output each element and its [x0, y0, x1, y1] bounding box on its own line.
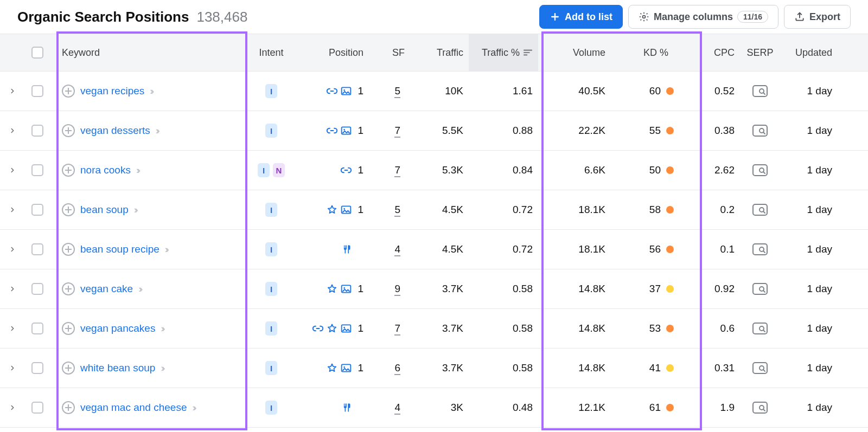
open-keyword-icon[interactable]: ›› — [161, 323, 163, 334]
add-keyword-icon[interactable] — [62, 322, 75, 335]
keyword-link[interactable]: vegan recipes — [80, 85, 144, 97]
row-checkbox[interactable] — [31, 164, 43, 176]
position-cell: 1 — [296, 125, 369, 137]
col-sf[interactable]: SF — [369, 47, 410, 59]
add-keyword-icon[interactable] — [62, 401, 75, 414]
add-to-list-button[interactable]: Add to list — [539, 5, 623, 29]
row-checkbox[interactable] — [31, 362, 43, 374]
serp-button[interactable] — [740, 164, 780, 176]
expand-caret[interactable] — [0, 325, 25, 332]
sf-cell[interactable]: 7 — [369, 125, 410, 137]
keyword-link[interactable]: vegan cake — [80, 283, 133, 295]
export-button[interactable]: Export — [784, 5, 851, 29]
expand-caret[interactable] — [0, 404, 25, 411]
table-row: vegan cake››I193.7K0.5814.8K370.921 day — [0, 269, 868, 309]
intent-badge-n: N — [273, 163, 285, 177]
serp-icon — [752, 204, 768, 216]
row-checkbox[interactable] — [31, 402, 43, 414]
kd-value: 60 — [649, 85, 661, 97]
expand-caret[interactable] — [0, 127, 25, 134]
add-keyword-icon[interactable] — [62, 124, 75, 137]
traffic-cell: 10K — [410, 85, 469, 97]
keyword-link[interactable]: bean soup — [80, 204, 129, 216]
sf-cell[interactable]: 7 — [369, 164, 410, 176]
row-checkbox[interactable] — [31, 204, 43, 216]
add-keyword-icon[interactable] — [62, 85, 75, 98]
traffic-cell: 3.7K — [410, 283, 469, 295]
expand-caret[interactable] — [0, 364, 25, 372]
expand-caret[interactable] — [0, 206, 25, 214]
row-checkbox[interactable] — [31, 283, 43, 295]
open-keyword-icon[interactable]: ›› — [161, 363, 163, 374]
sf-cell[interactable]: 5 — [369, 85, 410, 97]
keyword-link[interactable]: vegan mac and cheese — [80, 402, 187, 414]
row-checkbox[interactable] — [31, 323, 43, 334]
volume-cell: 14.8K — [538, 283, 611, 295]
serp-button[interactable] — [740, 362, 780, 374]
col-position[interactable]: Position — [296, 47, 369, 59]
sf-cell[interactable]: 5 — [369, 204, 410, 216]
col-cpc[interactable]: CPC — [687, 47, 740, 59]
row-checkbox[interactable] — [31, 85, 43, 97]
open-keyword-icon[interactable]: ›› — [134, 204, 136, 216]
col-volume[interactable]: Volume — [538, 47, 611, 59]
serp-button[interactable] — [740, 204, 780, 216]
sf-cell[interactable]: 6 — [369, 362, 410, 374]
row-checkbox[interactable] — [31, 243, 43, 255]
serp-button[interactable] — [740, 402, 780, 414]
col-traffic[interactable]: Traffic — [410, 47, 469, 59]
expand-caret[interactable] — [0, 246, 25, 253]
col-serp[interactable]: SERP — [740, 47, 780, 59]
col-updated[interactable]: Updated — [780, 47, 838, 59]
keyword-link[interactable]: nora cooks — [80, 164, 131, 176]
serp-button[interactable] — [740, 243, 780, 255]
image-icon — [341, 323, 352, 334]
intent-badge-i: I — [265, 124, 277, 138]
open-keyword-icon[interactable]: ›› — [150, 86, 152, 97]
kd-cell: 55 — [611, 125, 687, 137]
add-keyword-icon[interactable] — [62, 282, 75, 295]
keyword-cell: bean soup›› — [50, 203, 246, 216]
sf-cell[interactable]: 4 — [369, 243, 410, 255]
intent-badge-i: I — [265, 321, 277, 336]
position-value: 1 — [356, 283, 363, 295]
serp-button[interactable] — [740, 283, 780, 295]
select-all-checkbox[interactable] — [31, 47, 43, 59]
serp-button[interactable] — [740, 125, 780, 137]
volume-cell: 40.5K — [538, 85, 611, 97]
cpc-cell: 2.62 — [687, 164, 740, 176]
col-intent[interactable]: Intent — [246, 47, 296, 59]
serp-button[interactable] — [740, 323, 780, 334]
sf-cell[interactable]: 9 — [369, 283, 410, 295]
open-keyword-icon[interactable]: ›› — [138, 283, 141, 295]
updated-cell: 1 day — [780, 283, 838, 295]
col-kd[interactable]: KD % — [611, 47, 687, 59]
expand-caret[interactable] — [0, 166, 25, 174]
keyword-link[interactable]: vegan desserts — [80, 125, 150, 137]
add-keyword-icon[interactable] — [62, 203, 75, 216]
expand-caret[interactable] — [0, 285, 25, 293]
open-keyword-icon[interactable]: ›› — [156, 125, 158, 137]
keyword-link[interactable]: white bean soup — [80, 362, 155, 374]
keyword-cell: vegan pancakes›› — [50, 322, 246, 335]
add-keyword-icon[interactable] — [62, 362, 75, 375]
open-keyword-icon[interactable]: ›› — [136, 165, 138, 176]
sf-cell[interactable]: 4 — [369, 402, 410, 414]
keyword-link[interactable]: bean soup recipe — [80, 243, 159, 255]
traffic-pct-cell: 1.61 — [469, 85, 538, 97]
manage-columns-button[interactable]: Manage columns 11/16 — [628, 5, 778, 29]
sf-cell[interactable]: 7 — [369, 323, 410, 334]
col-keyword[interactable]: Keyword — [50, 47, 246, 59]
table-header: Keyword Intent Position SF Traffic Traff… — [0, 34, 868, 72]
col-traffic-pct[interactable]: Traffic % — [469, 34, 538, 71]
expand-caret[interactable] — [0, 87, 25, 95]
intent-cell: I — [246, 124, 296, 138]
open-keyword-icon[interactable]: ›› — [165, 244, 167, 255]
kd-value: 50 — [649, 164, 661, 176]
add-keyword-icon[interactable] — [62, 243, 75, 256]
keyword-link[interactable]: vegan pancakes — [80, 323, 155, 334]
serp-button[interactable] — [740, 85, 780, 97]
add-keyword-icon[interactable] — [62, 164, 75, 177]
row-checkbox[interactable] — [31, 125, 43, 137]
open-keyword-icon[interactable]: ›› — [192, 402, 194, 414]
